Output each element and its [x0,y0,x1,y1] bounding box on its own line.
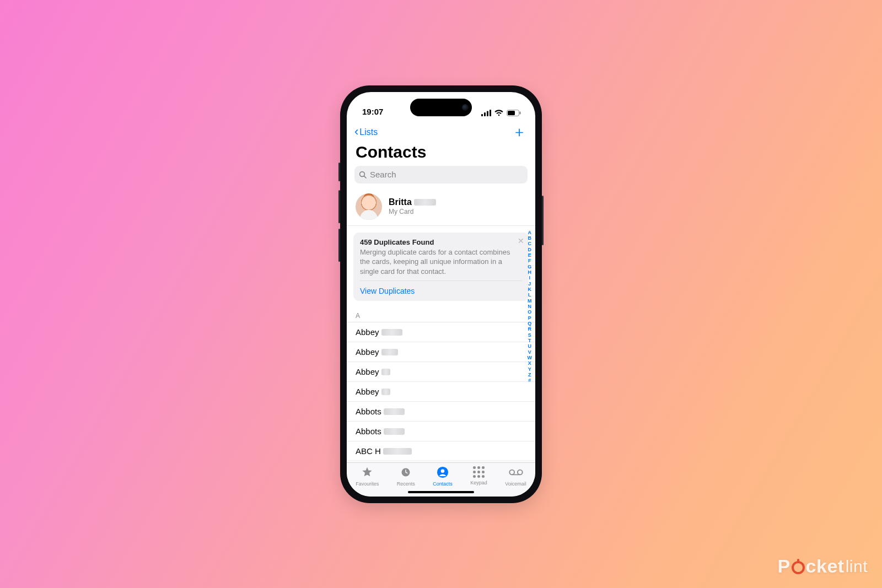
tab-label: Voicemail [505,481,526,487]
my-card-name: Britta [389,197,412,207]
redaction [384,408,405,415]
home-indicator[interactable] [408,491,474,493]
index-letter[interactable]: R [528,326,532,332]
plus-icon: ＋ [512,123,526,140]
index-letter[interactable]: O [528,309,531,315]
index-letter[interactable]: A [528,230,532,235]
view-duplicates-button[interactable]: View Duplicates [360,281,522,301]
nav-header: ‹ Lists ＋ Contacts Search [347,120,535,184]
svg-line-8 [364,176,366,178]
index-letter[interactable]: S [528,332,531,338]
section-header: A [347,309,535,322]
redaction [383,448,412,455]
page-title: Contacts [354,141,528,166]
index-letter[interactable]: Y [528,366,531,372]
index-letter[interactable]: H [528,269,532,275]
contact-row[interactable]: Abbey [347,362,535,382]
index-letter[interactable]: M [528,298,532,304]
my-card-sub: My Card [389,208,436,215]
tab-favourites[interactable]: Favourites [356,466,379,487]
redaction [381,369,390,375]
status-right [481,110,521,116]
svg-point-11 [441,469,445,473]
contact-name: Abbots [356,407,381,416]
redaction [384,428,405,435]
contact-row[interactable]: Abbey [347,382,535,402]
svg-rect-0 [481,114,483,116]
index-letter[interactable]: C [528,241,532,246]
index-letter[interactable]: E [528,252,531,258]
tab-label: Keypad [470,480,487,485]
screen: 19:07 ‹ Lists ＋ Contacts Search [347,92,535,497]
contact-name: Abbey [356,367,379,376]
back-label: Lists [359,127,378,137]
contact-row[interactable]: Abbey [347,322,535,342]
search-input[interactable]: Search [354,166,528,184]
status-time: 19:07 [362,107,383,116]
index-letter[interactable]: N [528,304,532,309]
power-icon [792,561,805,574]
wifi-icon [494,110,503,116]
favourites-icon [361,466,373,479]
index-letter[interactable]: X [528,360,531,366]
index-letter[interactable]: W [528,355,533,360]
index-letter[interactable]: G [528,264,531,269]
contact-name: Abbey [356,327,379,337]
index-letter[interactable]: F [528,258,531,263]
tab-contacts[interactable]: Contacts [433,466,453,487]
avatar [356,193,382,220]
contact-name: Abbey [356,387,379,396]
chevron-left-icon: ‹ [354,126,358,138]
index-letter[interactable]: P [528,315,531,321]
svg-rect-6 [520,111,521,114]
my-card-row[interactable]: Britta My Card [347,189,535,226]
svg-point-13 [517,470,522,474]
index-letter[interactable]: B [528,235,532,241]
contact-name: Abbey [356,347,379,357]
back-button[interactable]: ‹ Lists [354,127,378,138]
contact-row[interactable]: Abbots [347,402,535,422]
duplicates-card: ✕ 459 Duplicates Found Merging duplicate… [353,233,529,301]
volume-down-button [338,229,340,262]
duplicates-body: Merging duplicate cards for a contact co… [360,247,522,282]
svg-rect-5 [508,111,515,115]
redaction [381,349,398,355]
contact-row[interactable]: Abbey [347,342,535,362]
contact-name: ABC H [356,446,381,456]
dynamic-island [410,99,472,116]
tab-keypad[interactable]: Keypad [470,466,487,485]
tab-recents[interactable]: Recents [397,466,415,487]
svg-rect-2 [487,111,488,116]
content[interactable]: Britta My Card ✕ 459 Duplicates Found Me… [347,186,535,462]
volume-up-button [338,190,340,223]
index-scrubber[interactable]: ABCDEFGHIJKLMNOPQRSTUVWXYZ# [528,230,533,384]
watermark-cket: cket [806,555,845,577]
index-letter[interactable]: T [528,338,531,343]
index-letter[interactable]: Z [528,372,531,377]
contacts-icon [437,466,449,479]
contact-row[interactable]: ABC H [347,441,535,461]
index-letter[interactable]: K [528,287,532,292]
index-letter[interactable]: J [528,281,531,287]
close-icon[interactable]: ✕ [518,237,524,245]
recents-icon [400,466,411,479]
index-letter[interactable]: L [528,292,531,298]
redaction [381,389,390,395]
index-letter[interactable]: Q [528,321,531,326]
index-letter[interactable]: U [528,343,532,349]
watermark-p: P [777,555,790,577]
index-letter[interactable]: I [529,275,530,280]
voicemail-icon [509,466,523,479]
contact-row[interactable]: Abbots [347,422,535,441]
redaction [414,199,436,206]
tab-voicemail[interactable]: Voicemail [505,466,526,487]
index-letter[interactable]: D [528,247,532,252]
tab-label: Contacts [433,481,453,487]
index-letter[interactable]: # [528,377,531,383]
index-letter[interactable]: V [528,349,531,355]
battery-icon [507,110,521,116]
svg-rect-1 [484,112,486,116]
svg-point-12 [509,470,514,474]
add-button[interactable]: ＋ [512,122,528,142]
phone-frame: 19:07 ‹ Lists ＋ Contacts Search [340,85,542,503]
